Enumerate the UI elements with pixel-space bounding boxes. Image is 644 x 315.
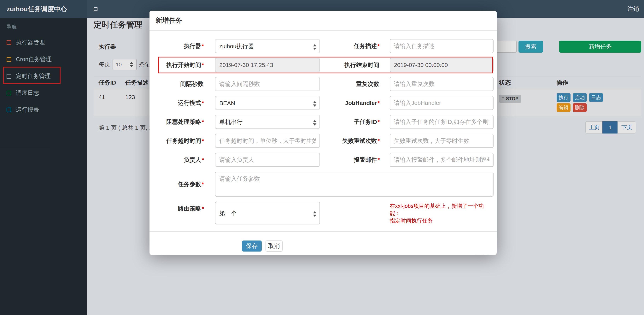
jobhandler-label: JobHandler*: [320, 96, 380, 110]
required-asterisk: *: [202, 138, 204, 144]
label-text: 执行器: [184, 43, 201, 49]
label-text: 阻塞处理策略: [166, 119, 201, 125]
child-job-label: 子任务ID*: [320, 115, 380, 129]
executor-label: 执行器*: [152, 39, 204, 53]
job-desc-label: 任务描述*: [320, 39, 380, 53]
end-time-label: 执行结束时间: [320, 58, 380, 72]
owner-label: 负责人*: [152, 153, 204, 167]
job-desc-input[interactable]: [390, 39, 494, 53]
block-strategy-label: 阻塞处理策略*: [152, 115, 204, 129]
label-text: 执行结束时间: [344, 62, 379, 68]
route-strategy-select[interactable]: 第一个: [215, 202, 320, 224]
label-text: 运行模式: [178, 100, 201, 106]
label-text: JobHandler: [345, 100, 377, 106]
modal-footer: 保存 取消: [150, 231, 497, 251]
save-button[interactable]: 保存: [242, 240, 262, 251]
label-text: 任务参数: [178, 181, 201, 187]
job-params-textarea[interactable]: [215, 172, 494, 197]
repeat-label: 重复次数: [320, 77, 380, 91]
feature-note-line-2: 指定时间执行任务: [390, 217, 494, 224]
required-asterisk: *: [202, 119, 204, 125]
retry-label: 失败重试次数*: [320, 134, 380, 148]
add-task-modal: 新增任务 执行器* zuihou执行器 任务描述*: [150, 11, 497, 255]
job-params-label: 任务参数*: [152, 172, 204, 197]
label-text: 执行开始时间: [166, 62, 201, 68]
required-asterisk: *: [202, 181, 204, 187]
retry-input[interactable]: [390, 134, 494, 148]
label-text: 负责人: [184, 157, 201, 163]
interval-label: 间隔秒数: [152, 77, 204, 91]
interval-input[interactable]: [215, 77, 320, 91]
label-text: 路由策略: [178, 205, 201, 212]
cancel-button[interactable]: 取消: [266, 240, 282, 251]
alarm-email-label: 报警邮件*: [320, 153, 380, 167]
child-job-input[interactable]: [390, 115, 494, 129]
required-asterisk: *: [378, 138, 380, 144]
label-text: 任务超时时间: [166, 138, 201, 144]
required-asterisk: *: [202, 62, 204, 68]
label-text: 重复次数: [356, 81, 379, 87]
label-text: 间隔秒数: [180, 81, 204, 87]
route-strategy-label: 路由策略*: [152, 202, 204, 224]
label-text: 失败重试次数: [342, 138, 377, 144]
feature-note-line-1: 在xxl-jobs项目的基础上，新增了一个功能：: [390, 202, 494, 217]
block-strategy-select[interactable]: 单机串行: [215, 115, 320, 129]
required-asterisk: *: [202, 157, 204, 163]
required-asterisk: *: [378, 157, 380, 163]
jobhandler-input[interactable]: [390, 96, 494, 110]
required-asterisk: *: [202, 43, 204, 49]
alarm-email-input[interactable]: [390, 153, 494, 167]
timeout-input[interactable]: [215, 134, 320, 148]
executor-select[interactable]: zuihou执行器: [215, 39, 320, 53]
label-text: 报警邮件: [354, 157, 377, 163]
modal-body: 执行器* zuihou执行器 任务描述* 执行开始时间*: [150, 31, 497, 224]
required-asterisk: *: [202, 205, 204, 212]
modal-header: 新增任务: [150, 11, 497, 31]
app-root: zuihou任务调度中心 注销 导航 执行器管理 Cron任务管理 定时任务管理…: [0, 0, 644, 315]
start-time-input[interactable]: [215, 58, 320, 72]
required-asterisk: *: [378, 43, 380, 49]
repeat-input[interactable]: [390, 77, 494, 91]
feature-note: 在xxl-jobs项目的基础上，新增了一个功能： 指定时间执行任务: [390, 202, 494, 224]
required-asterisk: *: [378, 119, 380, 125]
end-time-input[interactable]: [390, 58, 494, 72]
owner-input[interactable]: [215, 153, 320, 167]
required-asterisk: *: [378, 100, 380, 106]
label-text: 子任务ID: [354, 119, 377, 125]
run-mode-select[interactable]: BEAN: [215, 96, 320, 110]
start-time-label: 执行开始时间*: [152, 58, 204, 72]
run-mode-label: 运行模式*: [152, 96, 204, 110]
timeout-label: 任务超时时间*: [152, 134, 204, 148]
label-text: 任务描述: [354, 43, 377, 49]
required-asterisk: *: [202, 100, 204, 106]
modal-title: 新增任务: [156, 16, 182, 25]
